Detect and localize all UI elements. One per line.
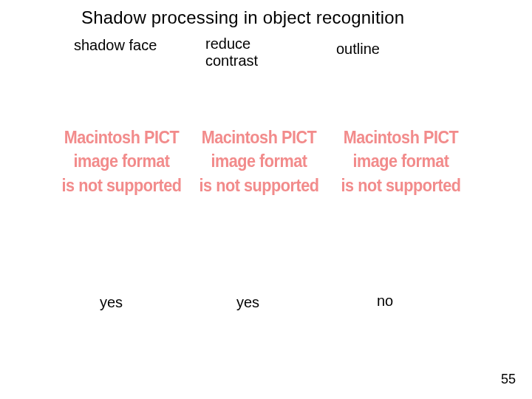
pict-line-2: image format bbox=[73, 151, 169, 171]
answer-shadow-face: yes bbox=[100, 294, 123, 311]
pict-line-3: is not supported bbox=[341, 175, 461, 195]
answer-outline: no bbox=[377, 293, 393, 310]
pict-line-3: is not supported bbox=[200, 175, 319, 195]
pict-placeholder: Macintosh PICT image format is not suppo… bbox=[57, 126, 187, 197]
pict-placeholder: Macintosh PICT image format is not suppo… bbox=[194, 126, 324, 197]
page-number: 55 bbox=[501, 372, 516, 387]
pict-line-2: image format bbox=[211, 151, 307, 171]
slide: Shadow processing in object recognition … bbox=[0, 0, 532, 399]
pict-line-1: Macintosh PICT bbox=[202, 127, 317, 147]
pict-line-3: is not supported bbox=[62, 175, 182, 195]
answer-reduce-contrast: yes bbox=[236, 294, 259, 311]
column-header-reduce-contrast: reduce contrast bbox=[205, 35, 294, 69]
column-header-outline: outline bbox=[336, 41, 425, 58]
slide-title: Shadow processing in object recognition bbox=[81, 7, 404, 28]
pict-line-1: Macintosh PICT bbox=[64, 127, 180, 147]
pict-placeholder: Macintosh PICT image format is not suppo… bbox=[336, 126, 466, 197]
column-header-shadow-face: shadow face bbox=[74, 37, 163, 54]
pict-line-2: image format bbox=[352, 151, 449, 171]
pict-line-1: Macintosh PICT bbox=[344, 127, 459, 147]
